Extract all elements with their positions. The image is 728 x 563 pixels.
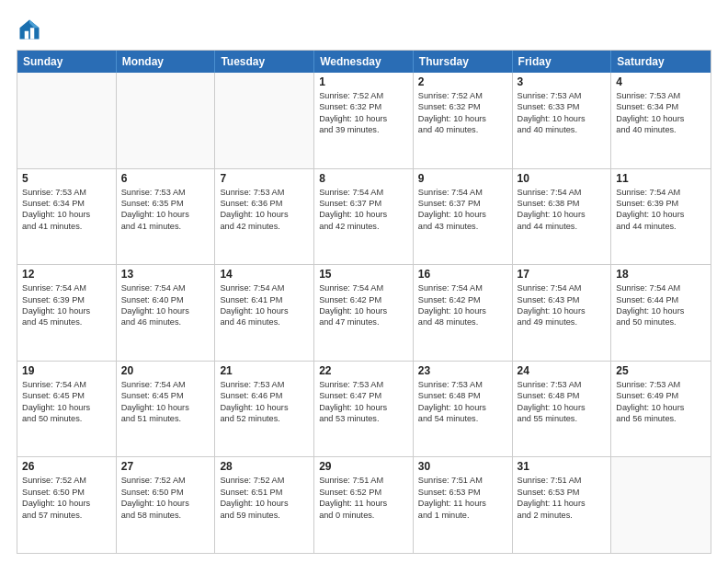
cell-line: Sunrise: 7:54 AM — [319, 187, 408, 198]
cell-line: and 50 minutes. — [22, 413, 111, 424]
calendar-cell: 27Sunrise: 7:52 AMSunset: 6:50 PMDayligh… — [117, 457, 216, 553]
day-number: 2 — [418, 75, 507, 88]
cell-line: Sunset: 6:44 PM — [616, 294, 706, 305]
calendar-cell — [117, 73, 216, 168]
cell-line: and 45 minutes. — [22, 316, 111, 327]
cell-line: Sunset: 6:39 PM — [616, 198, 706, 209]
cell-line: and 47 minutes. — [319, 316, 408, 327]
day-number: 7 — [220, 172, 309, 185]
calendar-cell: 12Sunrise: 7:54 AMSunset: 6:39 PMDayligh… — [17, 265, 117, 361]
cell-line: Sunset: 6:34 PM — [22, 198, 111, 209]
day-number: 25 — [616, 364, 706, 377]
cell-line: Daylight: 10 hours — [319, 305, 408, 316]
cell-line: Daylight: 10 hours — [418, 113, 507, 124]
day-number: 21 — [220, 364, 309, 377]
cell-line: and 44 minutes. — [518, 221, 607, 232]
day-number: 12 — [22, 268, 111, 281]
day-number: 27 — [121, 460, 210, 473]
calendar-cell: 2Sunrise: 7:52 AMSunset: 6:32 PMDaylight… — [414, 73, 513, 168]
cell-line: and 57 minutes. — [22, 510, 111, 521]
calendar-cell: 16Sunrise: 7:54 AMSunset: 6:42 PMDayligh… — [414, 265, 513, 361]
cell-line: and 55 minutes. — [518, 413, 607, 424]
cell-line: Sunrise: 7:54 AM — [518, 187, 607, 198]
cell-line: Daylight: 10 hours — [518, 113, 607, 124]
calendar-cell: 6Sunrise: 7:53 AMSunset: 6:35 PMDaylight… — [117, 169, 216, 265]
calendar-cell — [611, 457, 711, 553]
calendar-cell: 8Sunrise: 7:54 AMSunset: 6:37 PMDaylight… — [314, 169, 414, 265]
cell-line: Daylight: 10 hours — [220, 305, 309, 316]
cell-line: and 2 minutes. — [518, 510, 607, 521]
day-number: 16 — [418, 268, 507, 281]
cell-line: Sunrise: 7:53 AM — [121, 187, 210, 198]
cell-line: Sunset: 6:47 PM — [319, 390, 408, 401]
calendar-cell: 31Sunrise: 7:51 AMSunset: 6:53 PMDayligh… — [513, 457, 612, 553]
calendar-cell: 19Sunrise: 7:54 AMSunset: 6:45 PMDayligh… — [17, 362, 117, 457]
cell-line: and 53 minutes. — [319, 413, 408, 424]
cell-line: Sunset: 6:33 PM — [518, 101, 607, 112]
calendar-cell: 21Sunrise: 7:53 AMSunset: 6:46 PMDayligh… — [215, 362, 314, 457]
cell-line: Sunset: 6:40 PM — [121, 294, 210, 305]
cell-line: Sunset: 6:53 PM — [418, 487, 507, 498]
cell-line: Sunrise: 7:54 AM — [616, 282, 706, 293]
cell-line: Daylight: 10 hours — [121, 305, 210, 316]
calendar-cell: 3Sunrise: 7:53 AMSunset: 6:33 PMDaylight… — [513, 73, 612, 168]
calendar-header-row: SundayMondayTuesdayWednesdayThursdayFrid… — [17, 51, 711, 73]
day-number: 15 — [319, 268, 408, 281]
day-number: 9 — [418, 172, 507, 185]
cell-line: Sunset: 6:37 PM — [418, 198, 507, 209]
day-number: 24 — [518, 364, 607, 377]
cell-line: Daylight: 10 hours — [418, 402, 507, 413]
calendar-cell: 14Sunrise: 7:54 AMSunset: 6:41 PMDayligh… — [215, 265, 314, 361]
cell-line: Sunset: 6:35 PM — [121, 198, 210, 209]
cell-line: Sunset: 6:34 PM — [616, 101, 706, 112]
cell-line: Sunset: 6:41 PM — [220, 294, 309, 305]
calendar-cell — [215, 73, 314, 168]
cell-line: Daylight: 10 hours — [22, 402, 111, 413]
cell-line: and 40 minutes. — [518, 124, 607, 135]
cell-line: Sunrise: 7:51 AM — [319, 475, 408, 486]
cell-line: Daylight: 10 hours — [616, 402, 706, 413]
day-number: 14 — [220, 268, 309, 281]
cell-line: Sunrise: 7:52 AM — [220, 475, 309, 486]
cell-line: Sunrise: 7:53 AM — [616, 379, 706, 390]
cell-line: Sunset: 6:43 PM — [518, 294, 607, 305]
cell-line: Sunset: 6:46 PM — [220, 390, 309, 401]
cell-line: Daylight: 11 hours — [518, 498, 607, 509]
cell-line: Sunset: 6:45 PM — [22, 390, 111, 401]
calendar-cell: 28Sunrise: 7:52 AMSunset: 6:51 PMDayligh… — [215, 457, 314, 553]
cell-line: and 52 minutes. — [220, 413, 309, 424]
day-number: 28 — [220, 460, 309, 473]
cell-line: Sunrise: 7:54 AM — [418, 187, 507, 198]
calendar-cell: 25Sunrise: 7:53 AMSunset: 6:49 PMDayligh… — [611, 362, 711, 457]
cell-line: Daylight: 10 hours — [319, 209, 408, 220]
cell-line: and 56 minutes. — [616, 413, 706, 424]
calendar-day-header: Tuesday — [215, 51, 314, 73]
calendar-cell: 20Sunrise: 7:54 AMSunset: 6:45 PMDayligh… — [117, 362, 216, 457]
cell-line: Sunrise: 7:54 AM — [121, 379, 210, 390]
cell-line: Sunset: 6:50 PM — [121, 487, 210, 498]
calendar-day-header: Sunday — [17, 51, 117, 73]
cell-line: Daylight: 10 hours — [616, 209, 706, 220]
cell-line: Sunset: 6:32 PM — [319, 101, 408, 112]
cell-line: Sunrise: 7:54 AM — [319, 282, 408, 293]
logo-icon — [17, 17, 42, 42]
cell-line: Daylight: 10 hours — [220, 498, 309, 509]
calendar-cell: 17Sunrise: 7:54 AMSunset: 6:43 PMDayligh… — [513, 265, 612, 361]
day-number: 22 — [319, 364, 408, 377]
day-number: 1 — [319, 75, 408, 88]
calendar-cell: 15Sunrise: 7:54 AMSunset: 6:42 PMDayligh… — [314, 265, 414, 361]
calendar-cell: 7Sunrise: 7:53 AMSunset: 6:36 PMDaylight… — [215, 169, 314, 265]
day-number: 29 — [319, 460, 408, 473]
cell-line: Daylight: 10 hours — [418, 305, 507, 316]
cell-line: Sunrise: 7:53 AM — [319, 379, 408, 390]
cell-line: Sunrise: 7:53 AM — [518, 90, 607, 101]
cell-line: Sunset: 6:36 PM — [220, 198, 309, 209]
cell-line: Sunrise: 7:54 AM — [121, 282, 210, 293]
cell-line: Sunset: 6:42 PM — [418, 294, 507, 305]
day-number: 3 — [518, 75, 607, 88]
cell-line: Daylight: 11 hours — [319, 498, 408, 509]
calendar-cell — [17, 73, 117, 168]
cell-line: Sunrise: 7:52 AM — [121, 475, 210, 486]
cell-line: Sunset: 6:53 PM — [518, 487, 607, 498]
cell-line: and 40 minutes. — [616, 124, 706, 135]
